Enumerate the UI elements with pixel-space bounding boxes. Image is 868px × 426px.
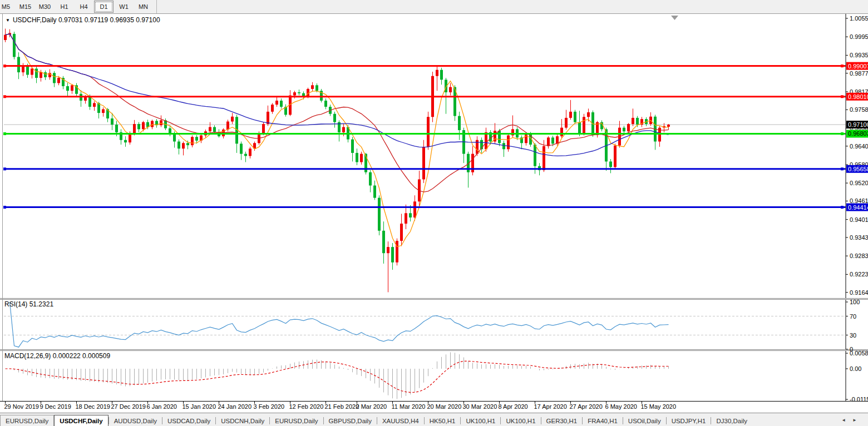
time-tick-label: 20 Mar 2020 bbox=[427, 403, 462, 410]
candle-body bbox=[387, 247, 389, 253]
timeframe-button-m30[interactable]: M30 bbox=[36, 1, 54, 12]
chart-tab-fra40-h1[interactable]: FRA40,H1 bbox=[583, 415, 623, 426]
candle-body bbox=[26, 66, 29, 75]
candle-body bbox=[209, 127, 211, 131]
chart-tab-usdcnh-daily[interactable]: USDCNH,Daily bbox=[216, 415, 269, 426]
timeframe-button-h4[interactable]: H4 bbox=[75, 1, 93, 12]
candle-body bbox=[324, 101, 327, 107]
chart-tab-bar: EURUSD,DailyUSDCHF,DailyAUDUSD,DailyUSDC… bbox=[0, 413, 868, 426]
chart-tab-dj30-daily[interactable]: DJ30,Daily bbox=[711, 415, 752, 426]
chart-window[interactable]: 1.005550.999550.993550.987700.981700.975… bbox=[0, 14, 868, 412]
candle-body bbox=[360, 154, 363, 162]
candle-body bbox=[191, 137, 194, 145]
tab-scroll-left-icon[interactable]: ◄ bbox=[838, 418, 849, 423]
candle-body bbox=[396, 241, 398, 262]
candle-body bbox=[151, 121, 154, 127]
candle-body bbox=[623, 128, 625, 132]
candle-body bbox=[71, 85, 73, 91]
hline-handle[interactable] bbox=[3, 167, 6, 170]
candle-body bbox=[449, 87, 452, 92]
hline-handle[interactable] bbox=[841, 167, 844, 170]
candle-body bbox=[534, 145, 536, 166]
time-tick-label: 12 Feb 2020 bbox=[289, 403, 324, 410]
time-tick-label: 29 Nov 2019 bbox=[4, 403, 39, 410]
candle-body bbox=[137, 124, 140, 129]
chart-tab-gbpusd-daily[interactable]: GBPUSD,Daily bbox=[324, 415, 377, 426]
current-price-label: 0.97100 bbox=[848, 121, 868, 128]
price-tick-label: 0.99955 bbox=[850, 33, 868, 40]
tab-scroll-right-icon[interactable]: ► bbox=[849, 418, 860, 423]
chart-tab-usdchf-daily[interactable]: USDCHF,Daily bbox=[54, 415, 108, 426]
candle-body bbox=[405, 213, 407, 224]
chart-tab-xauusd-h4[interactable]: XAUUSD,H4 bbox=[377, 415, 424, 426]
macd-indicator-label: MACD(12,26,9) 0.000222 0.000509 bbox=[4, 352, 110, 360]
chart-tab-usoil-daily[interactable]: USOil,Daily bbox=[623, 415, 666, 426]
candle-body bbox=[124, 140, 127, 142]
candle-body bbox=[560, 128, 563, 136]
macd-tick-label: 0.005818 bbox=[850, 350, 868, 356]
candle-body bbox=[356, 153, 358, 162]
hline-handle[interactable] bbox=[841, 206, 844, 209]
hline-handle[interactable] bbox=[3, 132, 6, 135]
symbol-dropdown-icon[interactable]: ▼ bbox=[6, 18, 10, 23]
rsi-tick-label: 100 bbox=[850, 299, 860, 305]
tab-scroll-controls: ◄ ► bbox=[838, 413, 868, 426]
candle-body bbox=[271, 105, 274, 112]
candle-body bbox=[226, 122, 229, 130]
candle-body bbox=[525, 134, 527, 143]
price-tick-label: 0.92230 bbox=[850, 271, 868, 278]
timeframe-button-h1[interactable]: H1 bbox=[55, 1, 73, 12]
candle-body bbox=[369, 172, 372, 186]
price-tick-label: 0.95200 bbox=[850, 180, 868, 186]
chart-tab-uk100-h1[interactable]: UK100,H1 bbox=[501, 415, 540, 426]
candle-body bbox=[551, 137, 554, 143]
time-tick-label: 18 Dec 2019 bbox=[76, 403, 110, 410]
candle-body bbox=[502, 143, 505, 149]
chart-tab-audusd-daily[interactable]: AUDUSD,Daily bbox=[109, 415, 162, 426]
candle-body bbox=[485, 132, 487, 149]
chart-tab-usdcad-daily[interactable]: USDCAD,Daily bbox=[162, 415, 215, 426]
time-tick-label: 8 Apr 2020 bbox=[499, 403, 528, 410]
chart-tab-ger30-h1[interactable]: GER30,H1 bbox=[541, 415, 583, 426]
hline-handle[interactable] bbox=[3, 65, 6, 67]
macd-tick-label: -0.01151 bbox=[850, 396, 868, 403]
timeframe-button-m5[interactable]: M5 bbox=[0, 1, 15, 12]
chart-tab-hk50-h1[interactable]: HK50,H1 bbox=[425, 415, 461, 426]
mt4-window: M5M15M30H1H4D1W1MN 1.005550.999550.99355… bbox=[0, 0, 868, 426]
chart-tab-eurusd-daily[interactable]: EURUSD,Daily bbox=[270, 415, 323, 426]
candle-body bbox=[311, 85, 314, 89]
chart-tab-usdjpy-h1[interactable]: USDJPY,H1 bbox=[667, 415, 711, 426]
hline-handle[interactable] bbox=[841, 95, 844, 98]
candle-body bbox=[587, 112, 590, 117]
candle-body bbox=[667, 125, 670, 127]
candle-body bbox=[413, 201, 416, 217]
candle-body bbox=[66, 86, 69, 91]
candle-body bbox=[542, 146, 545, 170]
hline-handle[interactable] bbox=[3, 95, 6, 98]
candle-body bbox=[632, 118, 634, 124]
timeframe-button-m15[interactable]: M15 bbox=[16, 1, 34, 12]
timeframe-button-mn[interactable]: MN bbox=[134, 1, 152, 12]
hline-price-label: 0.99007 bbox=[848, 63, 868, 70]
candle-body bbox=[249, 148, 251, 156]
candle-body bbox=[40, 72, 42, 78]
candle-body bbox=[436, 70, 438, 76]
hline-price-label: 0.98010 bbox=[848, 93, 868, 100]
hline-handle[interactable] bbox=[841, 132, 844, 135]
candle-body bbox=[280, 101, 283, 107]
hline-handle[interactable] bbox=[841, 65, 844, 67]
candle-body bbox=[427, 117, 430, 147]
candle-body bbox=[400, 224, 403, 241]
time-tick-label: 21 Feb 2020 bbox=[325, 403, 359, 410]
candle-body bbox=[569, 112, 572, 118]
timeframe-button-d1[interactable]: D1 bbox=[94, 1, 114, 13]
candle-body bbox=[627, 124, 630, 131]
chart-tab-eurusd-daily[interactable]: EURUSD,Daily bbox=[0, 415, 54, 426]
hline-handle[interactable] bbox=[3, 206, 6, 209]
timeframe-button-w1[interactable]: W1 bbox=[115, 1, 133, 12]
chart-tab-uk100-h1[interactable]: UK100,H1 bbox=[461, 415, 500, 426]
candle-body bbox=[133, 124, 136, 133]
chart-canvas[interactable]: 1.005550.999550.993550.987700.981700.975… bbox=[0, 14, 868, 412]
time-tick-label: 24 Jan 2020 bbox=[218, 403, 252, 410]
candle-body bbox=[342, 127, 345, 132]
